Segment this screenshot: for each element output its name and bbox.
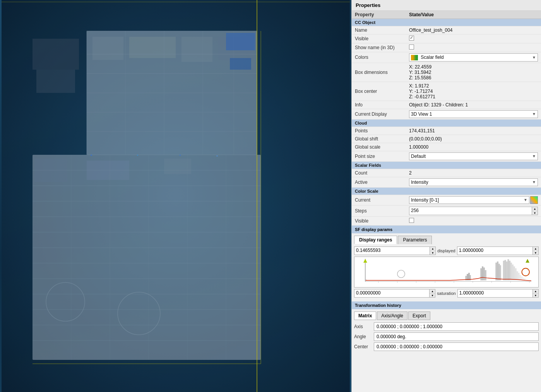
colors-dropdown[interactable]: Scalar field ▼ [409,53,538,62]
point-size-dropdown[interactable]: Default ▼ [409,152,538,160]
sf-range-left-up[interactable]: ▲ [430,247,435,251]
svg-rect-17 [230,58,251,70]
svg-rect-65 [498,264,500,280]
table-row: Count 2 [352,169,541,177]
cs-visible-checkbox[interactable] [409,218,414,223]
cs-current-label: Current [352,195,406,205]
svg-rect-66 [500,265,501,280]
table-row: Current Display 3D View 1 ▼ [352,109,541,119]
sf-range-right[interactable]: 1.00000000 ▲ ▼ [457,246,539,255]
sf-range-right-spin[interactable]: ▲ ▼ [532,247,538,255]
tab-export[interactable]: Export [408,312,430,320]
svg-rect-72 [510,262,512,280]
table-row: Colors Scalar field ▼ [352,52,541,63]
table-row: Global shift (0.00;0.00;0.00) [352,135,541,143]
sf-range-left[interactable]: 0.14655593 ▲ ▼ [354,246,436,255]
info-label: Info [352,101,406,109]
panel-title: Properties [352,0,541,11]
saturation-right-up[interactable]: ▲ [533,289,538,293]
3d-viewport[interactable] [0,0,351,392]
steps-spin-down[interactable]: ▼ [532,211,538,215]
global-scale-label: Global scale [352,143,406,151]
saturation-right-spin[interactable]: ▲ ▼ [532,289,538,297]
properties-table: Property State/Value CC Object Name Offi… [352,11,541,226]
show-name-checkbox[interactable] [409,45,414,50]
sf-range-left-down[interactable]: ▼ [430,251,435,255]
sf-saturation-row: 0.00000000 ▲ ▼ saturation 1.00000000 ▲ ▼ [354,289,539,298]
svg-rect-68 [505,260,506,281]
current-display-label: Current Display [352,109,406,119]
saturation-left[interactable]: 0.00000000 ▲ ▼ [354,289,435,298]
tab-matrix[interactable]: Matrix [354,312,376,320]
table-row: Visible [352,34,541,43]
box-dimensions-label: Box dimensions [352,63,406,82]
steps-spin-arrows[interactable]: ▲ ▼ [532,207,538,215]
svg-rect-75 [515,268,517,280]
visible-label: Visible [352,34,406,43]
table-row: Visible [352,216,541,225]
tab-axis-angle[interactable]: Axis/Angle [377,312,407,320]
colors-dropdown-cell[interactable]: Scalar field ▼ [406,52,541,63]
section-cc-object: CC Object [352,19,541,26]
points-label: Points [352,127,406,135]
current-display-dropdown[interactable]: 3D View 1 ▼ [409,110,538,118]
svg-rect-69 [506,262,508,281]
sf-range-left-value: 0.14655593 [354,247,430,255]
svg-rect-19 [36,70,75,93]
sf-range-right-down[interactable]: ▼ [533,251,538,255]
displayed-label: displayed [437,248,455,253]
histogram-svg [354,257,538,287]
dropdown-arrow-sfactive: ▼ [532,180,536,184]
table-row: Steps 256 ▲ ▼ [352,205,541,216]
sf-range-row-top: 0.14655593 ▲ ▼ displayed 1.00000000 ▲ ▼ [354,246,539,255]
sf-tab-bar: Display ranges Parameters [354,236,539,244]
table-row: Name Office_test_josh_004 [352,26,541,34]
saturation-left-up[interactable]: ▲ [430,289,435,293]
transformation-history: Matrix Axis/Angle Export Axis 0.000000 ;… [352,309,541,355]
saturation-left-value: 0.00000000 [354,289,429,297]
table-row: Box dimensions X: 22.4559 Y: 31.5942 Z: … [352,63,541,82]
show-name-checkbox-cell[interactable] [406,43,541,52]
sf-range-left-spin[interactable]: ▲ ▼ [430,247,435,255]
info-value: Object ID: 1329 - Children: 1 [406,101,541,109]
current-display-cell[interactable]: 3D View 1 ▼ [406,109,541,119]
scalar-field-icon [411,55,418,60]
svg-rect-62 [485,270,486,280]
svg-rect-45 [180,155,181,156]
svg-rect-44 [137,155,138,156]
cs-visible-cell[interactable] [406,216,541,225]
cs-current-dropdown[interactable]: Intensity [0-1] ▼ [409,196,529,204]
sf-active-dropdown[interactable]: Intensity ▼ [409,178,538,186]
steps-spin-up[interactable]: ▲ [532,207,538,211]
color-scale-button[interactable] [530,196,538,204]
steps-spinner[interactable]: 256 ▲ ▼ [409,207,538,215]
svg-rect-4 [129,37,176,58]
cs-current-cell[interactable]: Intensity [0-1] ▼ [406,195,541,205]
saturation-right[interactable]: 1.00000000 ▲ ▼ [457,289,539,298]
section-scalar-fields: Scalar Fields [352,161,541,169]
svg-rect-77 [518,273,520,281]
sf-range-right-up[interactable]: ▲ [533,247,538,251]
svg-rect-61 [483,267,485,280]
tab-display-ranges[interactable]: Display ranges [354,236,397,244]
saturation-left-down[interactable]: ▼ [430,293,435,297]
points-value: 174,431,151 [406,127,541,135]
visible-checkbox-cell[interactable] [406,34,541,43]
svg-marker-53 [526,259,529,263]
global-shift-value: (0.00;0.00;0.00) [406,135,541,143]
point-size-cell[interactable]: Default ▼ [406,151,541,161]
sf-active-cell[interactable]: Intensity ▼ [406,177,541,187]
histogram-chart[interactable] [354,257,539,288]
table-row: Global scale 1.000000 [352,143,541,151]
colors-label: Colors [352,52,406,63]
sf-count-value: 2 [406,169,541,177]
tab-parameters[interactable]: Parameters [398,236,432,244]
saturation-left-spin[interactable]: ▲ ▼ [429,289,435,297]
point-cloud-visualization [0,0,351,392]
saturation-right-down[interactable]: ▼ [533,293,538,297]
angle-value: 0.000000 deg. [374,332,539,341]
cs-steps-cell[interactable]: 256 ▲ ▼ [406,205,541,216]
svg-rect-74 [514,266,515,280]
visible-checkbox[interactable] [409,36,414,41]
box-center-label: Box center [352,82,406,101]
